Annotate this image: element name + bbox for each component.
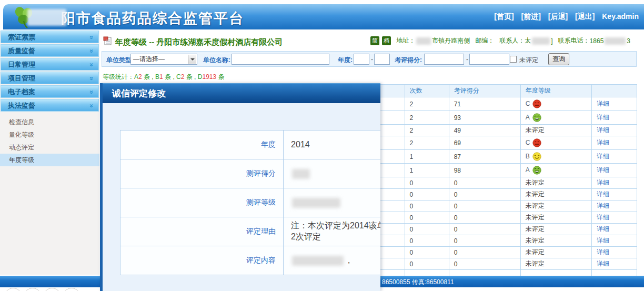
- app-title: 阳市食品药品综合监管平台: [61, 9, 244, 28]
- app-window: 阳市食品药品综合监管平台 [首页] [前进] [后退] [退出] Key.adm…: [0, 0, 644, 291]
- sidebar-submenu: 检查信息量化等级动态评定年度等级: [0, 116, 99, 166]
- unit-type-label: 单位类型:: [106, 56, 134, 65]
- top-banner: 阳市食品药品综合监管平台 [首页] [前进] [后退] [退出] Key.adm…: [3, 4, 644, 29]
- redacted-phone: [605, 37, 626, 45]
- logged-in-user: Key.admin: [602, 12, 639, 21]
- sidebar-section-项目管理[interactable]: 项目管理»: [1, 72, 99, 84]
- decorative-circle: [63, 288, 80, 291]
- form-label: 评定内容: [120, 246, 284, 275]
- unit-name-label: 单位名称:: [203, 56, 230, 65]
- form-label: 测评得分: [120, 159, 284, 188]
- count-column-header: 次数: [405, 85, 449, 97]
- detail-link[interactable]: 详细: [597, 214, 609, 221]
- form-label: 评定理由: [120, 217, 284, 246]
- rating-form: 年度2014测评得分测评等级评定理由注：本次评定为2014该单位第2次评定评定内…: [120, 130, 380, 275]
- detail-link[interactable]: 详细: [597, 237, 609, 244]
- form-value: 注：本次评定为2014该单位第2次评定: [284, 217, 381, 246]
- redacted-contact-name: [532, 37, 550, 45]
- nav-back-link[interactable]: [后退]: [548, 12, 568, 21]
- form-label: 测评等级: [120, 188, 284, 217]
- form-row-评定理由: 评定理由注：本次评定为2014该单位第2次评定: [120, 217, 381, 246]
- green-happy-face-icon: [532, 113, 541, 122]
- sidebar-item-量化等级[interactable]: 量化等级: [0, 128, 99, 141]
- contact-info: 地址：市镇丹路南侧 邮编： 联系人：太] 联系电话：18653: [396, 36, 630, 45]
- sidebar-item-检查信息[interactable]: 检查信息: [0, 116, 99, 128]
- form-row-测评得分: 测评得分: [120, 159, 381, 188]
- unit-type-select[interactable]: —请选择—: [130, 54, 197, 65]
- form-value: ，: [284, 246, 381, 275]
- year-to-input[interactable]: [374, 54, 390, 65]
- form-row-评定内容: 评定内容，: [120, 246, 381, 275]
- entity-info-bar: 简 档 地址：市镇丹路南侧 邮编： 联系人：太] 联系电话：18653: [368, 36, 630, 45]
- detail-link[interactable]: 详细: [597, 260, 609, 267]
- unrated-checkbox-label: 未评定: [519, 56, 538, 65]
- footer-phone-fax: 86500855 传真:86500811: [382, 278, 454, 287]
- select-arrow-icon[interactable]: [188, 55, 196, 64]
- chevron-down-icon: »: [85, 49, 97, 53]
- search-button[interactable]: 查询: [548, 53, 569, 65]
- form-row-年度: 年度2014: [120, 131, 381, 159]
- chevron-down-icon: »: [85, 35, 97, 39]
- chevron-down-icon: »: [85, 90, 97, 94]
- sidebar-item-年度等级[interactable]: 年度等级: [0, 154, 99, 166]
- redacted-city-name: [27, 9, 66, 26]
- detail-link[interactable]: 详细: [597, 100, 609, 107]
- sidebar-section-电子档案[interactable]: 电子档案»: [1, 85, 99, 98]
- unit-name-input[interactable]: [232, 54, 329, 65]
- archive-badge[interactable]: 档: [382, 36, 391, 45]
- redacted-value: [292, 169, 310, 179]
- grade-statistics: 等级统计：A2 条 , B1 条 , C2 条 , D1913 条: [103, 73, 225, 82]
- document-icon: [103, 36, 112, 45]
- yellow-wink-face-icon: [532, 152, 541, 161]
- form-row-测评等级: 测评等级: [120, 188, 381, 217]
- grade-column-header: 年度等级: [520, 85, 591, 97]
- green-happy-face-icon: [532, 166, 541, 175]
- detail-link[interactable]: 详细: [597, 179, 609, 186]
- detail-link[interactable]: 详细: [597, 225, 609, 233]
- sidebar: 索证索票»质量监督»日常管理»项目管理»电子档案»执法监督» 检查信息量化等级动…: [0, 31, 99, 275]
- score-to-input[interactable]: [469, 54, 509, 65]
- decorative-circle: [24, 288, 42, 291]
- brief-badge[interactable]: 简: [370, 36, 379, 45]
- detail-link[interactable]: 详细: [597, 139, 609, 146]
- chevron-down-icon: »: [85, 63, 97, 66]
- score-label: 考评得分:: [395, 56, 422, 65]
- filter-bar: 单位类型: —请选择— 单位名称: 年度: - 考评得分: - 未评定 查询: [102, 51, 637, 67]
- year-label: 年度:: [338, 56, 353, 65]
- score-column-header: 考评得分: [449, 85, 520, 97]
- nav-forward-link[interactable]: [前进]: [521, 12, 541, 21]
- detail-link[interactable]: 详细: [597, 114, 609, 121]
- chevron-down-icon: »: [85, 76, 97, 80]
- detail-link[interactable]: 详细: [597, 248, 609, 256]
- detail-link[interactable]: 详细: [597, 166, 609, 174]
- integrity-rating-edit-dialog: 诚信评定修改 年度2014测评得分测评等级评定理由注：本次评定为2014该单位第…: [100, 83, 380, 291]
- dialog-body: 年度2014测评得分测评等级评定理由注：本次评定为2014该单位第2次评定评定内…: [103, 103, 380, 291]
- redacted-address: [416, 37, 431, 45]
- nav-home-link[interactable]: [首页]: [494, 12, 514, 21]
- detail-column-header: [591, 85, 637, 97]
- form-label: 年度: [120, 131, 284, 159]
- form-value: [284, 159, 381, 188]
- sidebar-section-索证索票[interactable]: 索证索票»: [1, 31, 99, 43]
- banner-nav: [首页] [前进] [后退] [退出] Key.admin: [489, 12, 639, 22]
- redacted-value: [292, 256, 344, 266]
- form-value: [284, 188, 381, 217]
- sidebar-section-执法监督[interactable]: 执法监督»: [1, 99, 99, 112]
- detail-link[interactable]: 详细: [597, 126, 609, 134]
- redacted-value: [292, 198, 340, 208]
- score-from-input[interactable]: [424, 54, 464, 65]
- nav-logout-link[interactable]: [退出]: [575, 12, 595, 21]
- unrated-checkbox[interactable]: [510, 56, 517, 63]
- detail-link[interactable]: 详细: [597, 202, 609, 209]
- year-from-input[interactable]: [354, 54, 369, 65]
- detail-link[interactable]: 详细: [597, 190, 609, 198]
- dialog-title: 诚信评定修改: [103, 83, 380, 103]
- detail-link[interactable]: 详细: [597, 153, 609, 160]
- sidebar-section-日常管理[interactable]: 日常管理»: [1, 58, 99, 71]
- page-title: 年度等级 -- 丹阳市练湖嘉禾度假村酒店有限公司: [115, 37, 283, 47]
- decorative-circle: [43, 288, 61, 291]
- red-sad-face-icon: [532, 138, 541, 147]
- sidebar-item-动态评定[interactable]: 动态评定: [0, 141, 99, 154]
- sidebar-section-质量监督[interactable]: 质量监督»: [1, 44, 99, 57]
- chevron-down-icon: »: [85, 104, 97, 107]
